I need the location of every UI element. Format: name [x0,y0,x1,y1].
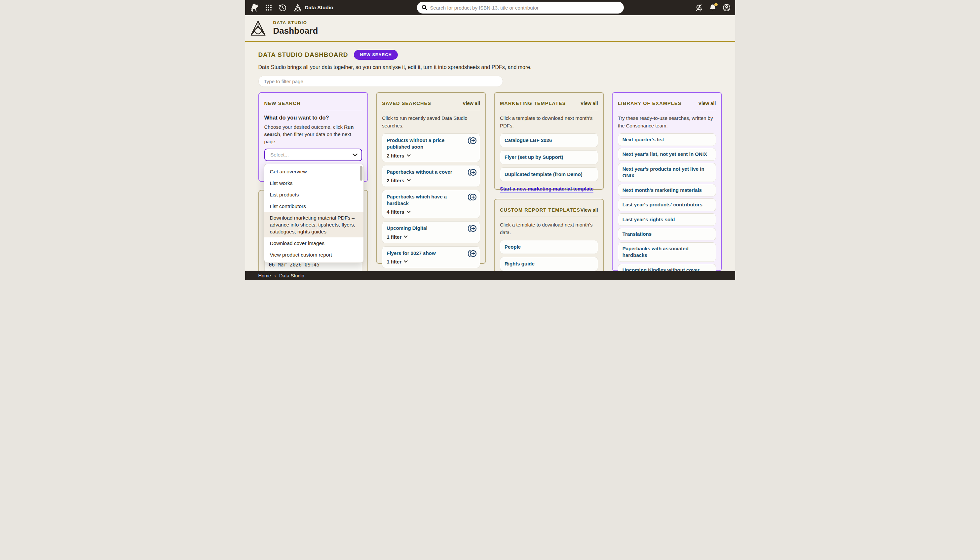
theme-toggle-button[interactable] [695,3,703,12]
library-example-link[interactable]: Next month's marketing materials [623,187,702,193]
cat-logo-button[interactable] [250,3,259,12]
chevron-down-icon [404,260,408,263]
custom-report-templates-title: CUSTOM REPORT TEMPLATES [500,207,580,213]
new-search-card: NEW SEARCH What do you want to do? Choos… [259,92,368,182]
marketing-templates-title: MARKETING TEMPLATES [500,101,566,106]
saved-search-item[interactable]: Paperbacks which have a hardback 4 filte… [382,190,480,218]
column-saved-searches: SAVED SEARCHES View all Click to run rec… [376,92,486,264]
filters-count: 2 filters [387,153,404,158]
global-search-bar[interactable] [417,2,624,13]
library-view-all-link[interactable]: View all [698,101,716,106]
library-example-item[interactable]: Translations [618,228,716,240]
saved-search-link[interactable]: Flyers for 2027 show [387,250,447,257]
library-example-link[interactable]: Paperbacks with associated hardbacks [623,245,711,259]
marketing-template-item[interactable]: Flyer (set up by Support) [500,150,598,164]
marketing-template-link[interactable]: Duplicated template (from Demo) [504,171,583,178]
filters-count: 4 filters [387,209,404,215]
library-example-link[interactable]: Translations [623,231,651,237]
account-button[interactable] [723,3,731,12]
header-eyebrow: DATA STUDIO [273,20,318,25]
custom-report-item[interactable]: People [500,240,598,254]
dropdown-option[interactable]: Get an overview [264,166,364,177]
marketing-template-item[interactable]: Catalogue LBF 2026 [500,133,598,147]
dashboard-heading: DATA STUDIO DASHBOARD [259,51,348,58]
divider [264,110,362,110]
page-filter-field[interactable] [259,76,503,87]
dropdown-option[interactable]: View product custom report [264,249,364,260]
footer-bar: Home › Data Studio [245,271,735,280]
divider [500,110,598,110]
marketing-template-link[interactable]: Catalogue LBF 2026 [504,137,552,143]
custom-report-item[interactable]: Rights guide [500,257,598,271]
page-title: Dashboard [273,26,318,36]
start-marketing-template-link[interactable]: Start a new marketing material template [500,186,593,193]
filters-count: 1 filter [387,259,401,265]
outcome-question: What do you want to do? [264,115,362,121]
history-button[interactable] [279,4,287,12]
filters-toggle[interactable]: 2 filters [387,178,476,183]
saved-search-link[interactable]: Paperbacks without a cover [387,169,463,175]
library-example-link[interactable]: Last year's products' contributors [623,202,703,208]
library-example-item[interactable]: Next year's list, not yet sent in ONIX [618,148,716,160]
global-search-input[interactable] [430,5,619,10]
saved-searches-view-all-link[interactable]: View all [462,101,480,106]
breadcrumb-separator: › [274,273,276,278]
saved-search-link[interactable]: Upcoming Digital [387,225,439,232]
library-example-link[interactable]: Next quarter's list [623,137,664,143]
filters-toggle[interactable]: 1 filter [387,234,476,240]
run-search-icon[interactable] [468,137,477,145]
marketing-template-item[interactable]: Duplicated template (from Demo) [500,167,598,181]
marketing-templates-view-all-link[interactable]: View all [581,101,598,106]
saved-search-item[interactable]: Paperbacks without a cover 2 filters [382,165,480,187]
app-switcher-data-studio[interactable]: Data Studio [294,3,333,12]
library-example-item[interactable]: Last year's products' contributors [618,198,716,211]
saved-search-item[interactable]: Flyers for 2027 show 1 filter [382,246,480,268]
app-header: DATA STUDIO Dashboard [245,15,735,42]
library-example-item[interactable]: Last year's rights sold [618,213,716,226]
search-icon [422,5,427,10]
library-example-item[interactable]: Paperbacks with associated hardbacks [618,242,716,262]
filters-toggle[interactable]: 2 filters [387,153,476,158]
library-example-item[interactable]: Next quarter's list [618,133,716,146]
dropdown-option[interactable]: List works [264,177,364,189]
outcome-select[interactable]: Select... [264,148,362,161]
breadcrumb-home-link[interactable]: Home [259,273,271,278]
page-filter-input[interactable] [264,78,497,84]
library-example-link[interactable]: Next year's list, not yet sent in ONIX [623,151,707,158]
saved-search-item[interactable]: Upcoming Digital 1 filter [382,221,480,243]
marketing-template-link[interactable]: Flyer (set up by Support) [504,154,563,160]
notifications-button[interactable] [709,4,716,12]
cat-icon [250,3,259,12]
saved-search-link[interactable]: Products without a price published soon [387,137,476,150]
saved-search-item[interactable]: Products without a price published soon … [382,133,480,162]
library-example-item[interactable]: Next year's products not yet live in ONI… [618,163,716,182]
library-example-link[interactable]: Last year's rights sold [623,216,675,223]
run-search-icon[interactable] [468,193,477,201]
apps-grid-button[interactable] [265,4,272,11]
run-search-icon[interactable] [468,168,477,176]
dropdown-option[interactable]: Download marketing material PDFs – advan… [264,212,364,237]
dropdown-option[interactable]: List contributors [264,200,364,212]
custom-report-description: Click a template to download next month'… [500,221,598,236]
dropdown-option[interactable]: List products [264,189,364,200]
custom-report-view-all-link[interactable]: View all [581,207,598,213]
dropdown-option[interactable]: Download cover images [264,237,364,249]
dropdown-scrollbar-thumb[interactable] [360,166,362,181]
custom-report-link[interactable]: Rights guide [504,260,534,267]
history-icon [279,4,287,12]
outcome-select-placeholder: Select... [270,152,289,158]
divider [382,110,480,110]
custom-report-link[interactable]: People [504,244,521,250]
library-example-item[interactable]: Next month's marketing materials [618,184,716,197]
new-search-button[interactable]: NEW SEARCH [354,50,397,60]
filters-toggle[interactable]: 4 filters [387,209,476,215]
text-caret [269,152,270,158]
library-example-link[interactable]: Next year's products not yet live in ONI… [623,166,711,179]
apps-grid-icon [265,4,272,11]
run-search-icon[interactable] [468,250,477,258]
column-library: LIBRARY OF EXAMPLES View all Try these r… [612,92,722,271]
saved-search-link[interactable]: Paperbacks which have a hardback [387,193,476,207]
data-studio-dashboard-screen: Data Studio [245,0,735,280]
run-search-icon[interactable] [468,225,477,232]
filters-toggle[interactable]: 1 filter [387,259,476,265]
